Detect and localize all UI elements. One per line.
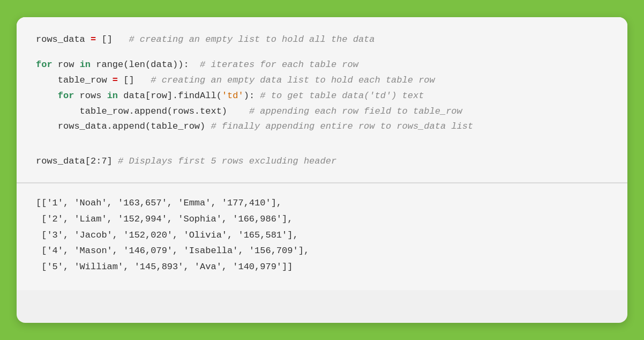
code-token: []	[101, 34, 112, 45]
code-token: # iterates for each table row	[200, 60, 358, 70]
code-line-6: rows_data.append(table_row) # finally ap…	[36, 119, 608, 135]
code-token: in	[107, 91, 118, 101]
code-line-1: rows_data = [] # creating an empty list …	[36, 32, 608, 48]
spacer	[36, 135, 608, 144]
code-token: # creating an empty list to hold all the…	[113, 34, 375, 45]
code-token: # Displays first 5 rows excluding header	[118, 156, 336, 166]
output-section: [['1', 'Noah', '163,657', 'Emma', '177,4…	[17, 183, 627, 290]
code-token: # creating an empty data list to hold ea…	[145, 75, 435, 85]
code-token: # to get table data('td') text	[260, 91, 424, 101]
code-line-7: rows_data[2:7] # Displays first 5 rows e…	[36, 154, 608, 169]
code-token: rows	[74, 91, 107, 101]
spacer	[36, 144, 608, 154]
code-token: row	[53, 60, 80, 70]
code-token: 'td'	[222, 91, 244, 101]
code-line-3: table_row = [] # creating an empty data …	[36, 73, 608, 88]
code-token: rows_data	[36, 34, 85, 45]
code-token: in	[80, 60, 91, 70]
code-line-4: for rows in data[row].findAll('td'): # t…	[36, 88, 608, 104]
code-token: table_row	[36, 75, 113, 85]
code-token: for	[58, 91, 74, 101]
spacer	[36, 48, 608, 57]
code-line-5: table_row.append(rows.text) # appending …	[36, 104, 608, 120]
code-token: # finally appending entire row to rows_d…	[211, 121, 473, 131]
code-token: for	[36, 60, 53, 70]
code-token: data[row].findAll(	[118, 91, 222, 101]
code-token: table_row.append(rows.text)	[36, 106, 249, 116]
code-token: =	[85, 34, 102, 45]
code-token: []	[118, 75, 145, 85]
main-card: rows_data = [] # creating an empty list …	[17, 17, 627, 323]
output-text: [['1', 'Noah', '163,657', 'Emma', '177,4…	[36, 195, 608, 275]
code-token: rows_data.append(table_row)	[36, 121, 211, 131]
code-token: rows_data[2:7]	[36, 156, 118, 166]
code-section: rows_data = [] # creating an empty list …	[17, 17, 627, 183]
code-token: =	[113, 75, 118, 85]
code-token: # appending each row field to table_row	[249, 106, 462, 116]
code-token: ):	[244, 91, 260, 101]
code-token	[36, 91, 58, 101]
code-line-2: for row in range(len(data)): # iterates …	[36, 57, 608, 73]
code-token: range(len(data)):	[91, 60, 200, 70]
